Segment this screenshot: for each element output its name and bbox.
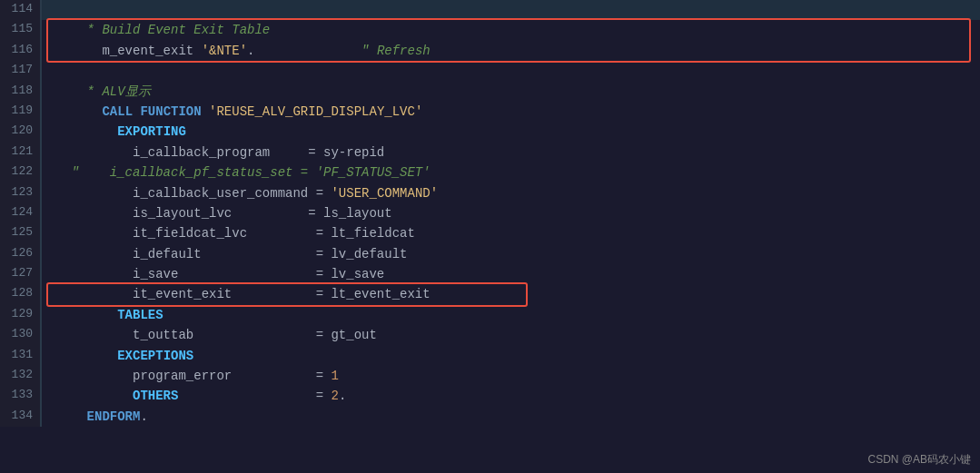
code-token: 1 <box>331 369 338 383</box>
line-row: 116 m_event_exit '&NTE'. " Refresh <box>0 41 980 61</box>
code-token: 2 <box>331 389 338 403</box>
line-row: 122 " i_callback_pf_status_set = 'PF_STA… <box>0 163 980 182</box>
line-content: program_error = 1 <box>41 366 980 386</box>
line-content: i_save = lv_save <box>41 264 980 284</box>
line-content: " i_callback_pf_status_set = 'PF_STATUS_… <box>41 163 980 182</box>
line-content: it_event_exit = lt_event_exit <box>41 284 980 304</box>
watermark: CSDN @AB码农小键 <box>867 452 971 468</box>
code-token: ENDFORM <box>87 409 141 424</box>
line-number: 124 <box>0 203 41 223</box>
code-token: EXPORTING <box>117 124 186 139</box>
line-number: 123 <box>0 183 41 203</box>
line-number: 132 <box>0 366 41 386</box>
code-token <box>56 104 102 119</box>
line-content: EXPORTING <box>41 122 980 142</box>
line-row: 114 <box>0 0 980 20</box>
code-token: i_default = lv_default <box>56 247 407 261</box>
line-row: 123 i_callback_user_command = 'USER_COMM… <box>0 183 980 203</box>
line-content: CALL FUNCTION 'REUSE_ALV_GRID_DISPLAY_LV… <box>41 102 980 122</box>
code-token: sy-repid <box>316 145 385 160</box>
line-row: 133 OTHERS = 2. <box>0 386 980 406</box>
line-content: it_fieldcat_lvc = lt_fieldcat <box>41 223 980 243</box>
code-token: it_fieldcat_lvc = lt_fieldcat <box>56 226 415 241</box>
line-number: 114 <box>0 0 41 20</box>
line-row: 117 <box>0 61 980 81</box>
code-token: * ALV显示 <box>56 84 151 99</box>
line-content: i_default = lv_default <box>41 244 980 264</box>
line-row: 120 EXPORTING <box>0 122 980 142</box>
line-number: 134 <box>0 407 41 427</box>
line-content <box>41 0 980 20</box>
line-number: 133 <box>0 386 41 406</box>
line-content: i_callback_user_command = 'USER_COMMAND' <box>41 183 980 203</box>
code-token: EXCEPTIONS <box>117 349 193 363</box>
code-token: CALL FUNCTION <box>102 104 201 119</box>
code-token: . <box>339 389 346 403</box>
line-row: 121 i_callback_program = sy-repid <box>0 143 980 163</box>
line-number: 122 <box>0 163 41 182</box>
line-row: 130 t_outtab = gt_out <box>0 325 980 345</box>
code-token: it_event_exit = lt_event_exit <box>56 287 431 301</box>
line-content: t_outtab = gt_out <box>41 325 980 345</box>
line-row: 131 EXCEPTIONS <box>0 346 980 366</box>
line-number: 119 <box>0 102 41 122</box>
line-content: is_layout_lvc = ls_layout <box>41 203 980 223</box>
code-token <box>56 349 117 363</box>
code-token: OTHERS <box>133 389 178 403</box>
line-number: 129 <box>0 305 41 325</box>
line-row: 125 it_fieldcat_lvc = lt_fieldcat <box>0 223 980 243</box>
code-token <box>56 389 133 403</box>
code-token: 'USER_COMMAND' <box>331 186 438 201</box>
line-content: OTHERS = 2. <box>41 386 980 406</box>
line-content: * Build Event Exit Table <box>41 20 980 40</box>
code-wrapper: 114 115 * Build Event Exit Table116 m_ev… <box>0 0 980 427</box>
line-number: 116 <box>0 41 41 61</box>
code-table: 114 115 * Build Event Exit Table116 m_ev… <box>0 0 980 427</box>
line-number: 118 <box>0 82 41 102</box>
code-token: . <box>140 409 147 424</box>
code-token: * Build Event Exit Table <box>56 23 270 37</box>
line-row: 126 i_default = lv_default <box>0 244 980 264</box>
line-row: 115 * Build Event Exit Table <box>0 20 980 40</box>
code-token <box>56 308 117 322</box>
code-token: t_outtab = gt_out <box>56 328 377 342</box>
code-token: " i_callback_pf_status_set = <box>56 165 316 180</box>
code-token: i_callback_program <box>56 145 308 160</box>
line-number: 131 <box>0 346 41 366</box>
line-row: 134 ENDFORM. <box>0 407 980 427</box>
line-number: 130 <box>0 325 41 345</box>
line-number: 115 <box>0 20 41 40</box>
code-token: 'REUSE_ALV_GRID_DISPLAY_LVC' <box>209 104 422 119</box>
code-token: TABLES <box>117 308 163 322</box>
line-row: 132 program_error = 1 <box>0 366 980 386</box>
line-content: * ALV显示 <box>41 82 980 102</box>
code-token: = <box>316 186 323 201</box>
line-content: TABLES <box>41 305 980 325</box>
code-token <box>56 124 117 139</box>
code-token: i_save = lv_save <box>56 267 384 281</box>
code-token: program_error = <box>56 369 331 383</box>
line-number: 127 <box>0 264 41 284</box>
code-token <box>202 104 209 119</box>
code-token: m_event_exit <box>56 44 202 58</box>
line-row: 119 CALL FUNCTION 'REUSE_ALV_GRID_DISPLA… <box>0 102 980 122</box>
code-token: '&NTE' <box>202 44 247 58</box>
line-number: 125 <box>0 223 41 243</box>
line-content: m_event_exit '&NTE'. " Refresh <box>41 41 980 61</box>
line-number: 117 <box>0 61 41 81</box>
line-number: 126 <box>0 244 41 264</box>
line-content: EXCEPTIONS <box>41 346 980 366</box>
line-row: 127 i_save = lv_save <box>0 264 980 284</box>
line-content: ENDFORM. <box>41 407 980 427</box>
code-token: 'PF_STATUS_SET' <box>316 165 431 180</box>
code-token <box>56 409 87 424</box>
line-number: 121 <box>0 143 41 163</box>
code-token: " Refresh <box>254 44 430 58</box>
line-content <box>41 61 980 81</box>
line-content: i_callback_program = sy-repid <box>41 143 980 163</box>
line-number: 120 <box>0 122 41 142</box>
line-row: 118 * ALV显示 <box>0 82 980 102</box>
code-token: is_layout_lvc = ls_layout <box>56 206 392 221</box>
code-container: 114 115 * Build Event Exit Table116 m_ev… <box>0 0 980 473</box>
line-number: 128 <box>0 284 41 304</box>
